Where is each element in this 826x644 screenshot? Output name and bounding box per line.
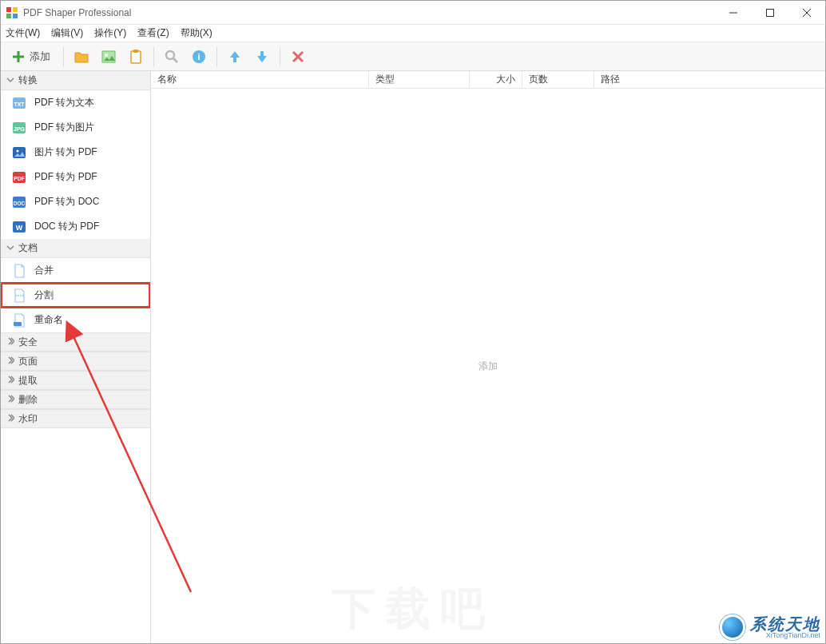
add-button-label: 添加 [30, 50, 50, 64]
sidebar-group-watermark[interactable]: 水印 [1, 409, 150, 428]
svg-point-11 [105, 54, 108, 57]
column-size[interactable]: 大小 [470, 71, 522, 88]
toolbar: 添加 i [1, 42, 825, 71]
column-headers: 名称 类型 大小 页数 路径 [151, 71, 825, 89]
pdf-file-icon: PDF [12, 170, 26, 185]
sidebar-item-split[interactable]: 分割 [1, 283, 150, 308]
svg-text:JPG: JPG [14, 126, 26, 132]
svg-rect-13 [133, 50, 138, 53]
toolbar-separator [153, 47, 154, 66]
chevron-right-icon [6, 394, 15, 405]
drop-hint: 添加 [479, 360, 498, 373]
watermark-logo-icon [720, 614, 745, 640]
chevron-right-icon [6, 356, 15, 367]
sidebar-item-label: PDF 转为图片 [34, 121, 94, 134]
svg-point-14 [166, 51, 174, 59]
toolbar-separator [216, 47, 217, 66]
app-window: PDF Shaper Professional 文件(W) 编辑(V) 操作(Y… [0, 0, 826, 644]
close-button[interactable] [788, 1, 825, 25]
image-button[interactable] [97, 46, 120, 68]
menu-view[interactable]: 查看(Z) [137, 26, 169, 40]
chevron-right-icon [6, 336, 15, 348]
maximize-button[interactable] [752, 1, 788, 25]
watermark-text-cn: 系统天地 [750, 616, 820, 632]
column-type[interactable]: 类型 [369, 71, 470, 88]
svg-text:DOC: DOC [14, 201, 26, 206]
page-split-icon [12, 288, 26, 303]
svg-rect-3 [13, 14, 18, 18]
sidebar-group-label: 安全 [18, 336, 38, 349]
sidebar-group-label: 转换 [18, 74, 38, 87]
sidebar-group-label: 文档 [18, 241, 38, 255]
sidebar-item-pdf-to-doc[interactable]: DOC PDF 转为 DOC [1, 189, 150, 214]
delete-button[interactable] [287, 46, 309, 68]
svg-text:PDF: PDF [14, 176, 26, 181]
folder-button[interactable] [70, 46, 93, 68]
column-pages[interactable]: 页数 [522, 71, 594, 88]
page-blank-icon [12, 264, 26, 278]
window-title: PDF Shaper Professional [23, 7, 131, 18]
sidebar-group-document[interactable]: 文档 [1, 239, 150, 258]
sidebar-item-label: 分割 [34, 288, 54, 302]
sidebar-item-label: 合并 [34, 264, 54, 277]
info-button[interactable]: i [188, 46, 210, 68]
sidebar-item-pdf-to-text[interactable]: TXT PDF 转为文本 [1, 90, 150, 115]
move-down-button[interactable] [251, 46, 273, 68]
sidebar-group-delete[interactable]: 删除 [1, 390, 150, 409]
clipboard-button[interactable] [125, 46, 147, 68]
svg-rect-2 [6, 14, 11, 18]
sidebar-group-convert[interactable]: 转换 [1, 71, 150, 90]
menu-edit[interactable]: 编辑(V) [51, 26, 83, 40]
image-file-icon [12, 145, 26, 160]
chevron-right-icon [6, 413, 15, 424]
svg-rect-5 [767, 9, 774, 16]
sidebar-group-label: 删除 [18, 393, 38, 407]
svg-rect-1 [13, 7, 18, 12]
sidebar-group-extract[interactable]: 提取 [1, 371, 150, 390]
toolbar-separator [63, 47, 64, 66]
sidebar-item-pdf-to-image[interactable]: JPG PDF 转为图片 [1, 115, 150, 140]
sidebar-item-doc-to-pdf[interactable]: W DOC 转为 PDF [1, 214, 150, 239]
menu-file[interactable]: 文件(W) [6, 26, 40, 40]
minimize-button[interactable] [715, 1, 752, 25]
move-up-button[interactable] [224, 46, 246, 68]
sidebar-item-label: DOC 转为 PDF [34, 220, 99, 233]
sidebar-item-label: 图片 转为 PDF [34, 145, 97, 159]
sidebar-item-rename[interactable]: 重命名 [1, 308, 150, 332]
window-controls [715, 1, 825, 25]
sidebar-group-pages[interactable]: 页面 [1, 352, 150, 371]
content-body: 转换 TXT PDF 转为文本 JPG PDF 转为图片 [1, 71, 825, 643]
sidebar-group-security[interactable]: 安全 [1, 332, 150, 352]
watermark-text-en: XiTongTianDi.net [750, 632, 820, 639]
chevron-down-icon [6, 75, 15, 86]
main-panel: 名称 类型 大小 页数 路径 添加 [151, 71, 825, 643]
sidebar: 转换 TXT PDF 转为文本 JPG PDF 转为图片 [1, 71, 151, 643]
sidebar-group-label: 水印 [18, 412, 38, 426]
page-tag-icon [12, 313, 26, 328]
word-file-icon: W [12, 220, 26, 234]
sidebar-item-pdf-to-pdf[interactable]: PDF PDF 转为 PDF [1, 165, 150, 189]
jpg-file-icon: JPG [12, 121, 26, 135]
app-icon [6, 6, 18, 19]
doc-file-icon: DOC [12, 195, 26, 209]
chevron-down-icon [6, 243, 15, 254]
column-path[interactable]: 路径 [594, 71, 825, 88]
sidebar-item-merge[interactable]: 合并 [1, 258, 150, 283]
search-button[interactable] [161, 46, 183, 68]
column-name[interactable]: 名称 [151, 71, 369, 88]
svg-rect-12 [131, 51, 141, 63]
site-watermark: 系统天地 XiTongTianDi.net [720, 614, 820, 640]
sidebar-item-label: PDF 转为 PDF [34, 170, 97, 184]
menu-action[interactable]: 操作(Y) [94, 26, 126, 40]
menu-help[interactable]: 帮助(X) [181, 26, 212, 40]
svg-point-25 [17, 149, 19, 152]
txt-file-icon: TXT [12, 96, 26, 110]
svg-rect-0 [6, 7, 11, 12]
svg-text:TXT: TXT [14, 101, 25, 107]
file-list[interactable]: 添加 [151, 89, 825, 643]
svg-text:i: i [197, 52, 200, 62]
sidebar-item-image-to-pdf[interactable]: 图片 转为 PDF [1, 140, 150, 165]
add-button[interactable]: 添加 [7, 46, 57, 68]
menubar: 文件(W) 编辑(V) 操作(Y) 查看(Z) 帮助(X) [1, 25, 825, 42]
svg-text:W: W [16, 224, 23, 232]
